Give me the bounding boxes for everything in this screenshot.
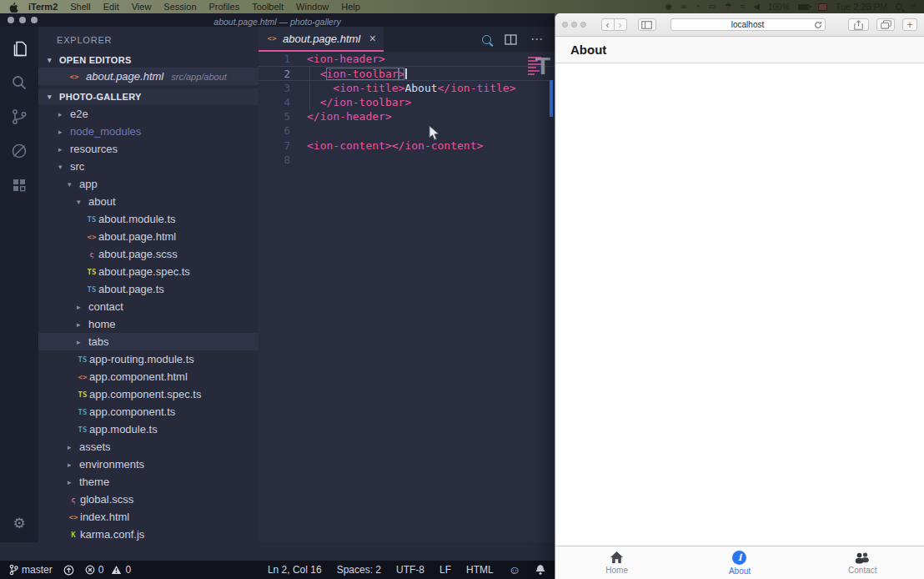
open-preview-icon[interactable] <box>482 35 491 44</box>
tree-item-resources[interactable]: ▸resources <box>38 140 259 158</box>
window-controls[interactable] <box>562 22 586 28</box>
forward-button[interactable]: › <box>614 18 627 31</box>
tree-item-src[interactable]: ▾src <box>38 158 259 175</box>
debug-icon[interactable] <box>9 141 29 161</box>
tree-item-global-scss[interactable]: ςglobal.scss <box>38 491 259 508</box>
wifi-icon[interactable]: ≈ <box>741 0 746 13</box>
code-line[interactable]: 3 <ion-title>About</ion-title> <box>259 81 555 95</box>
scrollbar-thumb[interactable] <box>550 80 553 117</box>
menu-help[interactable]: Help <box>341 2 360 12</box>
tree-item-about-page-scss[interactable]: ςabout.page.scss <box>38 245 259 263</box>
explorer-icon[interactable] <box>9 38 29 58</box>
menu-shell[interactable]: Shell <box>70 2 90 12</box>
menu-iterm2[interactable]: iTerm2 <box>28 2 58 12</box>
tree-item-e2e[interactable]: ▸e2e <box>38 105 259 123</box>
project-header[interactable]: ▾ PHOTO-GALLERY <box>38 88 259 105</box>
umbrella-icon[interactable]: ☂ <box>725 0 732 13</box>
menu-window[interactable]: Window <box>296 2 329 12</box>
menu-edit[interactable]: Edit <box>103 2 119 12</box>
open-editors-header[interactable]: ▾ OPEN EDITORS <box>38 52 259 68</box>
split-editor-icon[interactable] <box>505 34 517 45</box>
volume-icon[interactable]: ◀ <box>753 0 760 13</box>
tab-about[interactable]: iAbout <box>678 546 801 579</box>
tree-item-app-routing-module-ts[interactable]: TSapp-routing.module.ts <box>38 350 259 368</box>
apple-menu-icon[interactable] <box>8 2 18 13</box>
problems-indicator[interactable]: 0 0 <box>85 564 131 576</box>
tab-overview-button[interactable] <box>876 18 895 31</box>
source-control-icon[interactable] <box>9 107 29 127</box>
tree-item-node-modules[interactable]: ▸node_modules <box>38 123 259 140</box>
notifications-bell-icon[interactable] <box>535 564 545 576</box>
sidebar-toggle-button[interactable] <box>638 18 656 31</box>
git-branch-indicator[interactable]: master <box>9 564 53 576</box>
tree-item-home[interactable]: ▸home <box>38 315 259 333</box>
address-bar[interactable]: localhost <box>670 18 826 31</box>
screen-record-icon[interactable]: ◉ <box>665 0 672 13</box>
menu-toolbelt[interactable]: Toolbelt <box>252 2 284 12</box>
clock-icon[interactable]: ◔ <box>695 0 700 13</box>
status-lf[interactable]: LF <box>439 564 451 576</box>
share-button[interactable] <box>848 18 869 31</box>
code-line[interactable]: 6 <box>259 123 555 138</box>
tree-item-tabs[interactable]: ▸tabs <box>38 333 259 350</box>
open-editor-item[interactable]: <> about.page.html src/app/about <box>38 68 259 85</box>
display-icon[interactable]: ▭ <box>708 0 716 13</box>
menu-profiles[interactable]: Profiles <box>209 2 240 12</box>
status-spaces-2[interactable]: Spaces: 2 <box>337 564 381 576</box>
vscode-titlebar[interactable]: about.page.html — photo-gallery <box>0 13 555 27</box>
glasses-icon[interactable]: ∞ <box>680 0 686 13</box>
minimize-window-button[interactable] <box>19 17 26 23</box>
tab-close-icon[interactable]: × <box>369 32 376 45</box>
zoom-window-button[interactable] <box>31 17 38 23</box>
code-line[interactable]: 8 <box>259 153 555 167</box>
tree-item-about-page-spec-ts[interactable]: TSabout.page.spec.ts <box>38 263 259 280</box>
code-line[interactable]: 4 </ion-toolbar> <box>259 95 555 109</box>
feedback-smiley-icon[interactable]: ☺ <box>509 563 520 576</box>
tree-item-index-html[interactable]: <>index.html <box>38 508 259 526</box>
more-actions-icon[interactable]: ⋯ <box>530 35 543 43</box>
tree-item-karma-conf-js[interactable]: Kkarma.conf.js <box>38 526 259 542</box>
zoom-window-button[interactable] <box>580 22 586 28</box>
close-window-button[interactable] <box>562 22 568 28</box>
code-line[interactable]: 2 <ion-toolbar> <box>259 66 555 80</box>
code-line[interactable]: 7<ion-content></ion-content> <box>259 138 555 153</box>
tree-item-theme[interactable]: ▸theme <box>38 473 259 491</box>
tab-about-page-html[interactable]: <> about.page.html × <box>259 27 384 52</box>
spotlight-icon[interactable] <box>896 3 902 10</box>
code-editor[interactable]: 1<ion-header>2 <ion-toolbar>3 <ion-title… <box>259 52 555 542</box>
notification-center-icon[interactable]: ≡ <box>911 0 916 13</box>
menu-view[interactable]: View <box>132 2 152 12</box>
menu-clock[interactable]: Tue 2:28 PM <box>836 2 888 12</box>
tree-item-about-module-ts[interactable]: TSabout.module.ts <box>38 210 259 228</box>
code-line[interactable]: 1<ion-header> <box>259 52 555 66</box>
settings-gear-icon[interactable]: ⚙ <box>13 515 25 532</box>
code-line[interactable]: 5</ion-header> <box>259 109 555 123</box>
tree-item-app-component-spec-ts[interactable]: TSapp.component.spec.ts <box>38 385 259 403</box>
tree-item-contact[interactable]: ▸contact <box>38 298 259 315</box>
minimize-window-button[interactable] <box>571 22 577 28</box>
publish-changes-button[interactable] <box>63 565 74 576</box>
tab-contact[interactable]: Contact <box>801 546 924 579</box>
menu-session[interactable]: Session <box>163 2 196 12</box>
close-window-button[interactable] <box>8 17 14 23</box>
new-tab-button[interactable]: + <box>902 18 917 31</box>
tree-item-assets[interactable]: ▸assets <box>38 438 259 456</box>
status-html[interactable]: HTML <box>466 564 494 576</box>
tree-item-app-component-ts[interactable]: TSapp.component.ts <box>38 403 259 420</box>
tree-item-about-page-ts[interactable]: TSabout.page.ts <box>38 280 259 298</box>
tree-item-app-module-ts[interactable]: TSapp.module.ts <box>38 420 259 438</box>
tree-item-about-page-html[interactable]: <>about.page.html <box>38 228 259 245</box>
status-utf-8[interactable]: UTF-8 <box>396 564 424 576</box>
status-ln-2-col-16[interactable]: Ln 2, Col 16 <box>268 564 322 576</box>
back-button[interactable]: ‹ <box>601 18 615 31</box>
search-icon[interactable] <box>9 73 29 93</box>
color-swatch-icon[interactable] <box>818 3 827 11</box>
window-controls[interactable] <box>8 17 38 23</box>
tree-item-app-component-html[interactable]: <>app.component.html <box>38 368 259 385</box>
tab-home[interactable]: Home <box>555 546 678 579</box>
tree-item-app[interactable]: ▾app <box>38 175 259 193</box>
tree-item-environments[interactable]: ▸environments <box>38 456 259 473</box>
tree-item-about[interactable]: ▾about <box>38 193 259 210</box>
refresh-icon[interactable] <box>814 21 822 33</box>
extensions-icon[interactable] <box>9 175 29 195</box>
